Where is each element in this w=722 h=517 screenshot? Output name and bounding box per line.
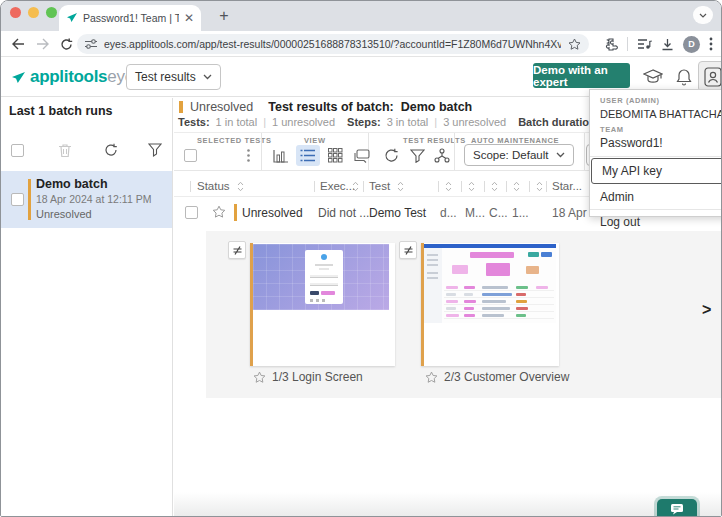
step-caption-text[interactable]: 2/3 Customer Overview [444, 370, 569, 384]
row-col4: d... [440, 206, 457, 220]
scope-value: Scope: Default [473, 149, 556, 161]
new-tab-button[interactable]: + [213, 5, 235, 27]
browser-tab[interactable]: Password1! Team | Test Resul ✕ [59, 5, 201, 31]
row-started: 18 Apr [552, 206, 587, 220]
hierarchy-icon [434, 148, 450, 163]
applitools-logo-icon [11, 70, 26, 85]
browser-profile-avatar[interactable]: D [683, 36, 700, 53]
sort-icon[interactable] [468, 181, 475, 192]
sort-icon[interactable] [397, 181, 404, 192]
page-fade [174, 492, 721, 516]
user-menu-team-label: TEAM [600, 125, 722, 134]
kebab-menu-icon[interactable] [709, 37, 713, 51]
download-icon[interactable] [661, 38, 674, 51]
tab-close-icon[interactable]: ✕ [184, 12, 194, 24]
reload-button[interactable] [57, 35, 75, 53]
user-menu-user-label: USER (ADMIN) [600, 96, 722, 105]
back-button[interactable] [9, 35, 27, 53]
star-icon[interactable] [425, 371, 438, 384]
step-thumbnail-login[interactable] [250, 243, 395, 366]
sort-icon[interactable] [513, 181, 520, 192]
star-icon [212, 205, 226, 219]
login-screenshot [253, 244, 389, 310]
forward-icon [36, 38, 50, 50]
filter-batches-button[interactable] [148, 143, 162, 157]
browser-window: Password1! Team | Test Resul ✕ + eyes.ap… [0, 0, 722, 517]
steps-unresolved: 3 unresolved [443, 116, 506, 128]
applitools-logo[interactable]: applitoolseyes [11, 67, 142, 87]
menu-item-admin[interactable]: Admin [590, 185, 722, 210]
grid-view-button[interactable] [323, 145, 347, 166]
batch-list-item[interactable]: Demo batch 18 Apr 2024 at 12:11 PM Unres… [1, 171, 172, 228]
notifications-button[interactable] [673, 66, 695, 88]
tab-strip-chevron-button[interactable] [693, 6, 713, 24]
duration-label: Batch duration: [518, 116, 599, 128]
window-minimize-button[interactable] [28, 7, 39, 18]
batch-checkbox[interactable] [11, 193, 24, 206]
step-caption-1: 1/3 Login Screen [253, 370, 363, 384]
delete-batch-button[interactable] [58, 143, 72, 158]
refresh-icon [60, 38, 73, 51]
tests-total: 1 in total [216, 116, 258, 128]
test-results-label: TEST RESULTS [403, 136, 466, 145]
list-view-button[interactable] [296, 145, 320, 166]
learn-button[interactable] [642, 66, 664, 88]
menu-item-log-out[interactable]: Log out [590, 210, 722, 234]
extensions-icon[interactable] [604, 37, 618, 51]
column-test[interactable]: Test [369, 180, 390, 192]
kebab-menu-icon [247, 149, 250, 162]
row-star-button[interactable] [212, 205, 226, 219]
comments-view-button[interactable] [349, 145, 373, 166]
chat-bubble-icon [670, 503, 684, 515]
row-status-bar [234, 204, 237, 221]
chat-widget-button[interactable] [657, 499, 697, 517]
window-close-button[interactable] [10, 7, 21, 18]
list-view-icon [300, 149, 316, 162]
media-controls-icon[interactable] [637, 38, 652, 50]
batch-header-name: Demo batch [401, 100, 473, 114]
row-execution: Did not ... [318, 206, 369, 220]
selected-tests-menu-button[interactable] [236, 145, 260, 166]
chart-view-button[interactable] [269, 145, 293, 166]
star-icon[interactable] [253, 371, 266, 384]
chevron-down-icon [556, 152, 565, 158]
bell-icon [676, 68, 692, 86]
sort-icon[interactable] [352, 181, 359, 192]
step-caption-text[interactable]: 1/3 Login Screen [272, 370, 363, 384]
group-results-button[interactable] [430, 145, 454, 166]
sort-icon[interactable] [445, 181, 452, 192]
favicon [66, 12, 78, 24]
sort-icon[interactable] [237, 181, 244, 192]
tab-strip: Password1! Team | Test Resul ✕ + [1, 1, 721, 31]
row-checkbox[interactable] [185, 206, 198, 219]
address-bar[interactable]: eyes.applitools.com/app/test-results/000… [77, 34, 589, 54]
sort-icon[interactable] [536, 181, 543, 192]
column-execution[interactable]: Exec... [320, 180, 355, 192]
step-thumbnail-overview[interactable] [421, 243, 559, 366]
not-equal-icon [403, 245, 414, 256]
sort-icon[interactable] [491, 181, 498, 192]
page-nav-dropdown[interactable]: Test results [126, 64, 221, 90]
chevron-down-icon [699, 13, 707, 18]
select-all-tests-checkbox[interactable] [184, 149, 197, 162]
column-status[interactable]: Status [197, 180, 230, 192]
refresh-results-button[interactable] [379, 145, 403, 166]
not-equal-icon [232, 245, 243, 256]
select-all-batches-checkbox[interactable] [11, 144, 24, 157]
refresh-icon [104, 143, 118, 157]
bookmark-star-icon[interactable] [568, 38, 581, 51]
demo-with-expert-button[interactable]: Demo with an expert [533, 63, 630, 88]
forward-button[interactable] [34, 35, 52, 53]
menu-item-my-api-key[interactable]: My API key [591, 158, 722, 184]
chevron-down-icon [203, 74, 212, 80]
scope-dropdown[interactable]: Scope: Default [464, 144, 574, 166]
window-zoom-button[interactable] [46, 7, 57, 18]
column-started[interactable]: Star... [552, 180, 582, 192]
steps-label: Steps: [347, 116, 381, 128]
user-menu-button[interactable] [698, 61, 722, 92]
batch-header-status: Unresolved [190, 100, 253, 114]
filter-results-button[interactable] [405, 145, 429, 166]
expand-panel-chevron[interactable]: > [702, 301, 711, 319]
tab-title: Password1! Team | Test Resul [83, 12, 179, 24]
refresh-batches-button[interactable] [104, 143, 118, 157]
